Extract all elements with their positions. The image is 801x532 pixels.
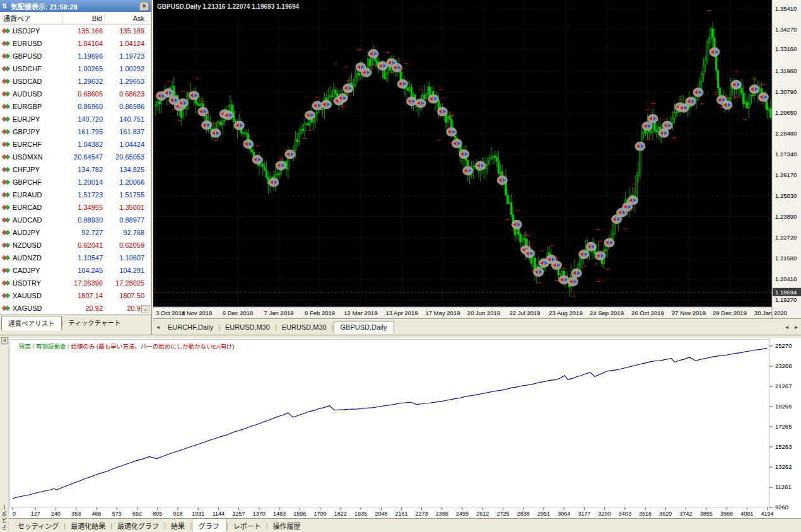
chart-tab[interactable]: EURCHF,Daily [163,321,218,333]
column-header-symbol[interactable]: 通貨ペア [0,12,63,24]
market-watch-row[interactable]: GBPJPY161.795161.837 [0,125,151,138]
svg-text:2725: 2725 [496,511,509,517]
bid-value: 135.166 [63,27,105,35]
market-watch-row[interactable]: EURJPY140.720140.751 [0,113,151,125]
svg-text:27 Nov 2019: 27 Nov 2019 [672,309,706,316]
ask-value: 1.04124 [105,40,151,47]
ask-value: 0.68623 [105,90,151,98]
svg-text:579: 579 [112,511,122,517]
tester-legend: 残高 / 有効証拠金 / 始値のみ (最も早い方法。バーの始めにしか動かないEA… [19,342,235,350]
column-header-bid[interactable]: Bid [63,12,105,24]
tester-tab[interactable]: レポート [228,519,266,532]
bid-value: 1.10547 [63,254,105,262]
bid-value: 1.04104 [63,40,105,47]
market-watch-tabbar: 通貨ペアリスト|ティックチャート [0,315,151,330]
chart-tab[interactable]: EURUSD,M30 [277,321,332,333]
bid-value: 1.34955 [63,204,105,211]
svg-text:1596: 1596 [293,511,306,517]
svg-text:17 May 2019: 17 May 2019 [426,309,460,316]
svg-text:1.26170: 1.26170 [775,171,797,178]
market-watch-row[interactable]: AUDUSD0.686050.68623 [0,88,151,100]
chart-tab-scroll-left-icon[interactable]: ◂ [153,323,163,330]
tester-sidebar: × テスター [0,335,9,532]
market-watch-row[interactable]: USDMXN20.6454720.65053 [0,151,151,163]
tester-tabbar: セッティング|最適化結果|最適化グラフ|結果|グラフ|レポート|操作履歴 [9,518,801,532]
market-watch-row[interactable]: USDCHF1.002651.00292 [0,62,151,75]
scroll-down-button[interactable]: ⌄ [141,305,149,313]
symbol-name: USDCHF [11,65,63,72]
market-watch-row[interactable]: USDJPY135.166135.189 [0,25,151,37]
market-watch-row[interactable]: USDCAD1.296321.29653 [0,75,151,88]
tester-tab[interactable]: 結果 [166,519,190,532]
svg-text:1935: 1935 [354,511,367,517]
svg-text:19266: 19266 [775,403,792,410]
svg-text:3968: 3968 [720,511,733,517]
price-chart[interactable]: 1.354101.342701.331601.319601.307901.296… [153,0,801,318]
market-watch-tab[interactable]: ティックチャート [63,316,126,329]
svg-text:1.27340: 1.27340 [775,151,797,158]
bid-value: 1.04382 [63,141,105,148]
symbol-icon [2,204,11,211]
chart-tab-next-icon[interactable]: ▸ [792,323,801,330]
tester-tab[interactable]: 最適化結果 [66,519,110,532]
chart-tab[interactable]: GBPUSD,Daily [334,321,394,333]
symbol-icon [2,254,11,262]
market-watch-row[interactable]: GBPUSD1.196961.19723 [0,50,151,62]
tester-tab[interactable]: グラフ [192,518,226,532]
market-watch-row[interactable]: CADJPY104.245104.291 [0,264,151,277]
market-watch-row[interactable]: EURCHF1.043821.04424 [0,138,151,151]
ask-value: 161.837 [105,128,151,136]
svg-text:2612: 2612 [476,511,489,517]
market-watch-row[interactable]: XAUUSD1807.141807.50 [0,289,151,302]
tester-close-button[interactable]: × [1,337,8,344]
svg-text:11261: 11261 [775,483,792,490]
symbol-name: USDTRY [11,279,63,287]
market-watch-panel: ⇅ 気配値表示: 21:58:28 × 通貨ペア Bid Ask USDJPY1… [0,0,152,335]
market-watch-tab[interactable]: 通貨ペアリスト [1,316,62,330]
market-watch-row[interactable]: USDTRY17.2639017.28025 [0,277,151,289]
svg-text:3629: 3629 [659,511,672,517]
bid-value: 20.92 [63,304,105,312]
svg-text:2386: 2386 [436,511,448,517]
svg-text:GBPUSD,Daily 1.21316 1.22074: GBPUSD,Daily 1.21316 1.22074 1.19693 1.1… [157,3,300,10]
svg-text:1031: 1031 [192,511,204,517]
market-watch-row[interactable]: EURCAD1.349551.35001 [0,201,151,214]
market-watch-row[interactable]: NZDUSD0.620410.62059 [0,239,151,252]
svg-text:2161: 2161 [395,511,408,517]
market-watch-row[interactable]: GBPCHF1.200141.20066 [0,176,151,188]
market-watch-row[interactable]: EURUSD1.041041.04124 [0,37,151,50]
market-watch-row[interactable]: EURGBP0.869600.86986 [0,100,151,113]
market-watch-row[interactable]: AUDCAD0.889300.88977 [0,214,151,226]
market-watch-row[interactable]: EURAUD1.517231.51755 [0,188,151,201]
svg-text:1.23890: 1.23890 [775,213,797,220]
symbol-icon [2,153,11,161]
symbol-icon [2,279,11,287]
market-watch-row[interactable]: XAGUSD20.9220.96 [0,302,151,315]
svg-text:8 Feb 2019: 8 Feb 2019 [305,309,335,316]
svg-text:20 Jun 2019: 20 Jun 2019 [467,309,500,316]
column-header-ask[interactable]: Ask [105,12,151,24]
svg-text:2048: 2048 [375,511,387,517]
bid-value: 17.26390 [63,279,105,287]
chart-tab-prev-icon[interactable]: ◂ [782,323,792,330]
chart-tab[interactable]: EURUSD,M30 [220,321,275,333]
market-watch-close-button[interactable]: × [139,2,149,11]
market-watch-row[interactable]: AUDNZD1.105471.10607 [0,252,151,264]
symbol-name: USDMXN [11,153,63,161]
balance-graph[interactable]: 2527023268212671926617265152631326211261… [9,338,801,519]
market-watch-row[interactable]: CHFJPY134.782134.825 [0,163,151,176]
svg-text:1.35410: 1.35410 [775,5,797,12]
tester-tab[interactable]: 最適化グラフ [112,519,164,532]
symbol-icon [2,78,11,85]
svg-text:3177: 3177 [578,511,590,517]
ask-value: 140.751 [105,115,151,123]
svg-text:353: 353 [71,511,81,517]
strategy-tester-panel: × テスター 252702326821267192661726515263132… [0,335,801,532]
market-watch-row[interactable]: AUDJPY92.72792.768 [0,226,151,239]
tester-tab[interactable]: セッティング [13,519,64,532]
symbol-name: EURGBP [11,103,63,110]
svg-text:1709: 1709 [314,511,327,517]
svg-text:23268: 23268 [775,362,792,369]
tester-side-label: テスター [1,504,9,530]
tester-tab[interactable]: 操作履歴 [268,519,306,532]
